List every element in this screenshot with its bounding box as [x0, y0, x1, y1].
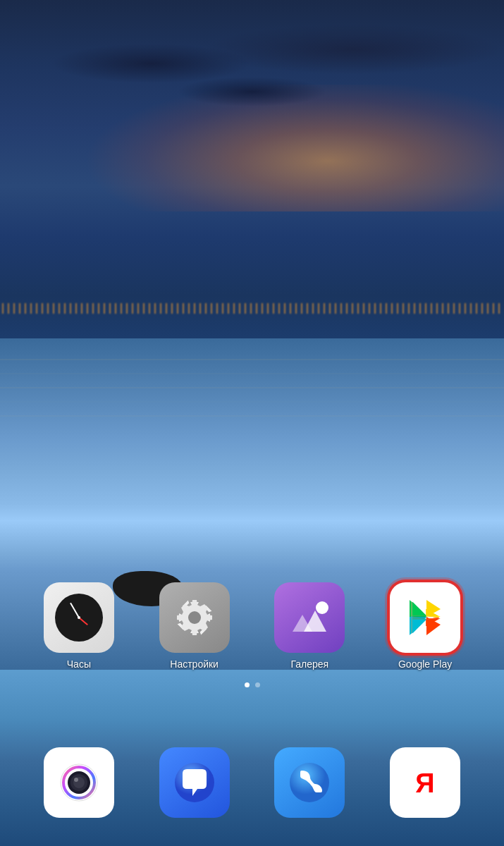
- clock-face: [55, 594, 103, 642]
- messages-dock-item[interactable]: [159, 747, 230, 818]
- svg-point-46: [74, 778, 78, 782]
- messages-icon: [173, 761, 216, 804]
- camera-dock-icon[interactable]: [44, 747, 114, 818]
- phone-dock-icon[interactable]: [274, 747, 345, 818]
- google-play-label: Google Play: [398, 658, 452, 670]
- settings-app-icon[interactable]: [159, 582, 230, 653]
- status-bar: [0, 0, 504, 21]
- clouds: [0, 21, 504, 162]
- clock-app[interactable]: Часы: [44, 582, 114, 670]
- clock-app-icon[interactable]: [44, 582, 114, 653]
- camera-icon: [58, 761, 100, 804]
- google-play-app-icon[interactable]: [390, 582, 460, 653]
- messages-dock-icon[interactable]: [159, 747, 230, 818]
- gallery-app-icon[interactable]: [274, 582, 345, 653]
- svg-marker-35: [412, 602, 426, 616]
- yandex-icon: Я: [403, 761, 447, 804]
- clock-center-dot: [78, 616, 80, 619]
- dock: Я: [0, 747, 504, 818]
- horizon-lights: [0, 303, 504, 314]
- google-play-app[interactable]: Google Play: [390, 582, 460, 670]
- phone-icon: [288, 761, 331, 804]
- yandex-dock-item[interactable]: Я: [390, 747, 460, 818]
- page-indicators: [0, 682, 504, 687]
- svg-marker-36: [412, 620, 426, 634]
- gallery-label: Галерея: [291, 658, 329, 670]
- wallpaper: [0, 0, 504, 846]
- camera-dock-item[interactable]: [44, 747, 114, 818]
- clock-label: Часы: [67, 658, 91, 670]
- water-reflections: [0, 345, 504, 557]
- settings-app[interactable]: Настройки: [159, 582, 230, 670]
- page-dot-2[interactable]: [255, 682, 260, 687]
- yandex-dock-icon[interactable]: Я: [390, 747, 460, 818]
- page-dot-1[interactable]: [245, 682, 250, 687]
- phone-dock-item[interactable]: [274, 747, 345, 818]
- settings-label: Настройки: [170, 658, 219, 670]
- svg-point-22: [188, 611, 201, 624]
- gallery-icon-svg: [287, 595, 333, 641]
- svg-marker-39: [412, 615, 426, 619]
- google-play-icon-svg: [404, 596, 446, 639]
- gallery-app[interactable]: Галерея: [274, 582, 345, 670]
- svg-point-25: [316, 601, 328, 614]
- svg-text:Я: Я: [415, 768, 434, 798]
- gear-icon: [173, 596, 216, 639]
- app-grid: Часы Настройки Г: [0, 582, 504, 670]
